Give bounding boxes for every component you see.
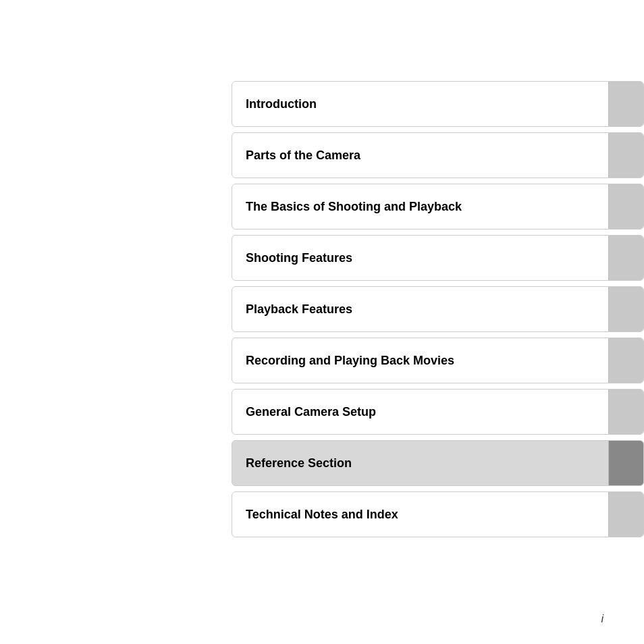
- toc-item-tab-5: [608, 338, 643, 383]
- toc-item-label-2: The Basics of Shooting and Playback: [232, 184, 608, 229]
- toc-item-6[interactable]: General Camera Setup: [232, 389, 644, 435]
- toc-item-label-0: Introduction: [232, 82, 608, 126]
- toc-item-tab-8: [608, 492, 643, 537]
- toc-item-tab-1: [608, 133, 643, 178]
- toc-item-5[interactable]: Recording and Playing Back Movies: [232, 338, 644, 383]
- toc-item-tab-2: [608, 184, 643, 229]
- page-container: IntroductionParts of the CameraThe Basic…: [0, 0, 644, 644]
- toc-item-label-5: Recording and Playing Back Movies: [232, 338, 608, 383]
- toc-item-label-7: Reference Section: [232, 441, 608, 485]
- toc-item-tab-0: [608, 82, 643, 126]
- toc-list: IntroductionParts of the CameraThe Basic…: [232, 81, 644, 537]
- toc-item-0[interactable]: Introduction: [232, 81, 644, 127]
- toc-item-tab-6: [608, 390, 643, 434]
- toc-item-3[interactable]: Shooting Features: [232, 235, 644, 281]
- toc-item-label-1: Parts of the Camera: [232, 133, 608, 178]
- page-number: i: [601, 613, 603, 625]
- toc-item-8[interactable]: Technical Notes and Index: [232, 491, 644, 537]
- toc-item-1[interactable]: Parts of the Camera: [232, 132, 644, 178]
- toc-item-2[interactable]: The Basics of Shooting and Playback: [232, 184, 644, 230]
- toc-item-tab-7: [608, 441, 643, 485]
- toc-item-label-8: Technical Notes and Index: [232, 492, 608, 537]
- toc-item-4[interactable]: Playback Features: [232, 286, 644, 332]
- toc-item-label-6: General Camera Setup: [232, 390, 608, 434]
- toc-item-7[interactable]: Reference Section: [232, 440, 644, 486]
- toc-item-label-4: Playback Features: [232, 287, 608, 331]
- toc-item-label-3: Shooting Features: [232, 236, 608, 280]
- toc-item-tab-4: [608, 287, 643, 331]
- toc-item-tab-3: [608, 236, 643, 280]
